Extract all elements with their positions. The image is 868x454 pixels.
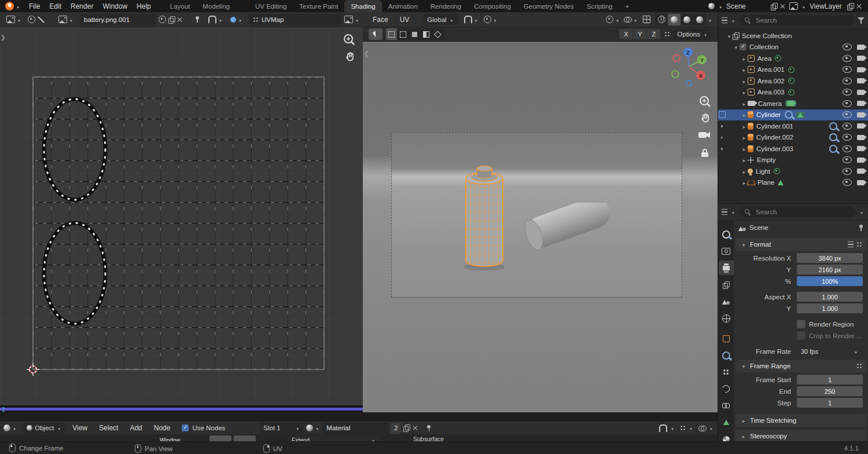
menu-window[interactable]: Window xyxy=(98,2,132,10)
browse-material-button[interactable] xyxy=(306,424,320,432)
tab-uv-editing[interactable]: UV Editing xyxy=(249,0,293,12)
disable-render-icon[interactable] xyxy=(857,135,865,140)
shading-dropdown-icon[interactable] xyxy=(707,16,713,24)
navigation-gizmo[interactable]: Z Y X xyxy=(663,44,715,93)
outliner-search[interactable] xyxy=(739,15,855,25)
scene-selector[interactable]: Scene xyxy=(708,2,789,10)
shading-solid-button[interactable] xyxy=(668,14,681,25)
frame-start-field[interactable]: 1 xyxy=(797,375,863,385)
proportional-edit-button[interactable] xyxy=(230,16,243,24)
gizmo-y-negative[interactable] xyxy=(672,71,679,78)
menu-view[interactable]: View xyxy=(68,424,92,432)
hide-viewport-icon[interactable] xyxy=(843,66,852,73)
overlays-toggle-icon[interactable] xyxy=(698,425,706,431)
outliner-row-light[interactable]: Light xyxy=(718,166,868,177)
outliner-row-area[interactable]: Area xyxy=(718,53,868,64)
snapping-button[interactable] xyxy=(208,16,223,24)
disable-render-icon[interactable] xyxy=(857,67,865,72)
outliner-row-plane[interactable]: Plane xyxy=(718,177,868,189)
disable-render-icon[interactable] xyxy=(857,180,865,185)
shading-rendered-button[interactable] xyxy=(693,14,706,25)
outliner-row-area-002[interactable]: Area.002 xyxy=(718,75,868,87)
properties-tab-physics[interactable] xyxy=(719,382,734,396)
properties-tab-modifiers[interactable] xyxy=(719,348,734,363)
menu-face[interactable]: Face xyxy=(367,16,393,24)
expand-icon[interactable] xyxy=(741,145,748,152)
shader-editor-type-button[interactable] xyxy=(3,424,17,432)
outliner-row-area-003[interactable]: Area.003 xyxy=(718,87,868,98)
outliner-row-camera[interactable]: Camera xyxy=(718,98,868,109)
fake-user-toggle[interactable] xyxy=(159,16,166,23)
menu-edit[interactable]: Edit xyxy=(45,2,66,10)
hide-viewport-icon[interactable] xyxy=(843,123,852,130)
select-box-button[interactable] xyxy=(386,28,398,40)
properties-tab-particles[interactable] xyxy=(719,365,734,379)
hide-viewport-icon[interactable] xyxy=(843,168,852,175)
select-subtract-button[interactable] xyxy=(409,28,421,40)
duplicate-image-button[interactable] xyxy=(168,16,175,23)
properties-tab-view-layer[interactable] xyxy=(719,277,734,292)
properties-tab-tool[interactable] xyxy=(719,227,734,241)
presets-icon[interactable] xyxy=(848,241,854,247)
outliner-row-area-001[interactable]: Area.001 xyxy=(718,64,868,76)
viewlayer-selector[interactable]: ViewLayer xyxy=(789,2,868,10)
resolution-percent-slider[interactable]: 100% xyxy=(797,276,863,286)
disable-render-icon[interactable] xyxy=(857,56,865,61)
tab-shading[interactable]: Shading xyxy=(344,0,381,12)
outliner-row-collection[interactable]: Collection xyxy=(718,42,868,53)
outliner-row-cylinder-003[interactable]: Cylinder.003 xyxy=(718,143,868,155)
use-nodes-checkbox[interactable] xyxy=(182,424,189,431)
properties-search[interactable] xyxy=(739,207,856,217)
tab-texture-paint[interactable]: Texture Paint xyxy=(293,0,344,12)
menu-node[interactable]: Node xyxy=(149,424,175,432)
viewport-pan-hand-icon[interactable] xyxy=(700,112,712,127)
expand-icon[interactable] xyxy=(741,134,748,141)
delete-viewlayer-icon[interactable] xyxy=(856,3,862,9)
disable-render-icon[interactable] xyxy=(857,158,865,163)
properties-tab-data[interactable] xyxy=(719,415,734,430)
select-tool-icon[interactable] xyxy=(38,17,45,23)
menu-file[interactable]: File xyxy=(24,2,45,10)
material-users-badge[interactable]: 2 xyxy=(391,423,401,434)
frame-end-field[interactable]: 250 xyxy=(797,386,863,396)
snap-base-widget-icon[interactable] xyxy=(664,31,670,37)
add-workspace-button[interactable]: + xyxy=(619,0,635,12)
node-extend-dropdown[interactable]: Extend xyxy=(288,435,380,441)
gray-cylinder-object[interactable] xyxy=(517,203,624,256)
viewport-toolbar-expand-icon[interactable]: ❮ xyxy=(364,51,369,57)
collection-checkbox[interactable] xyxy=(740,43,746,50)
viewport-canvas[interactable]: Z Y X ❮ xyxy=(363,42,718,421)
expand-icon[interactable] xyxy=(741,100,748,107)
outliner-row-scene-collection[interactable]: Scene Collection xyxy=(718,30,868,42)
outliner-row-cylinder-002[interactable]: Cylinder.002 xyxy=(718,132,868,144)
chevron-down-icon[interactable] xyxy=(859,208,865,216)
pin-material-icon[interactable] xyxy=(426,424,432,432)
unlink-material-button[interactable] xyxy=(412,425,418,431)
properties-editor-icon[interactable] xyxy=(722,209,727,215)
properties-tab-object[interactable] xyxy=(719,331,734,346)
tab-scripting[interactable]: Scripting xyxy=(580,0,619,12)
hide-viewport-icon[interactable] xyxy=(843,179,852,186)
hide-viewport-icon[interactable] xyxy=(843,134,852,141)
tab-compositing[interactable]: Compositing xyxy=(468,0,517,12)
menu-help[interactable]: Help xyxy=(132,2,156,10)
tweak-tool-button[interactable] xyxy=(369,28,382,40)
pin-icon[interactable] xyxy=(194,16,200,23)
outliner-search-input[interactable] xyxy=(755,16,849,24)
collapse-icon[interactable] xyxy=(733,43,740,50)
time-stretching-panel-header[interactable]: Time Stretching xyxy=(735,414,867,427)
expand-icon[interactable] xyxy=(741,168,748,175)
expand-icon[interactable] xyxy=(741,123,748,130)
expand-icon[interactable] xyxy=(741,156,748,163)
outliner-row-empty[interactable]: Empty xyxy=(718,155,868,166)
disable-render-icon[interactable] xyxy=(857,90,865,95)
options-dropdown[interactable]: Options xyxy=(674,29,712,40)
menu-render[interactable]: Render xyxy=(66,2,98,10)
disable-render-icon[interactable] xyxy=(857,146,865,151)
new-scene-icon[interactable] xyxy=(771,3,777,10)
expand-icon[interactable] xyxy=(741,89,748,96)
select-intersect-button[interactable] xyxy=(432,28,444,40)
disable-render-icon[interactable] xyxy=(857,78,865,83)
frame-range-panel-header[interactable]: Frame Range xyxy=(735,360,867,372)
node-window-button[interactable]: Window xyxy=(155,435,185,441)
